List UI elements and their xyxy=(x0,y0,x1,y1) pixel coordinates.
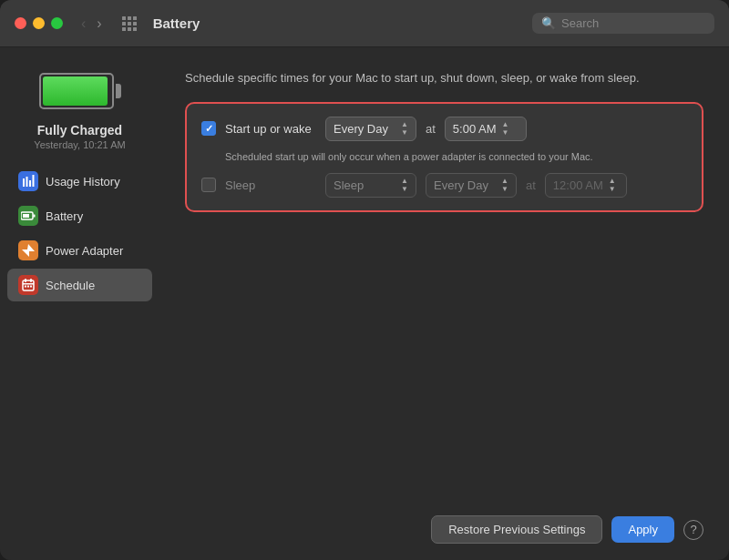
row2-frequency-value: Every Day xyxy=(434,178,488,192)
row2-action-down-arrow[interactable]: ▼ xyxy=(401,186,408,193)
battery-fill xyxy=(43,76,108,106)
svg-rect-11 xyxy=(23,283,34,285)
sidebar-item-power-adapter[interactable]: Power Adapter xyxy=(7,234,152,267)
row1-action-label: Start up or wake xyxy=(225,122,316,136)
row2-frequency-stepper[interactable]: ▲ ▼ xyxy=(501,178,508,193)
svg-rect-6 xyxy=(34,215,36,218)
row2-time-stepper[interactable]: ▲ ▼ xyxy=(609,178,616,193)
back-arrow-icon[interactable]: ‹ xyxy=(77,14,89,34)
row2-action-up-arrow[interactable]: ▲ xyxy=(401,178,408,185)
power-adapter-label: Power Adapter xyxy=(46,244,123,258)
row1-time-down-arrow[interactable]: ▼ xyxy=(502,129,509,137)
usage-history-label: Usage History xyxy=(46,175,120,188)
svg-rect-3 xyxy=(33,175,35,187)
row2-action-dropdown[interactable]: Sleep ▲ ▼ xyxy=(325,173,416,198)
search-icon: 🔍 xyxy=(541,16,556,30)
row2-time-down-arrow[interactable]: ▼ xyxy=(609,186,616,193)
window-title: Battery xyxy=(153,15,521,31)
sidebar-item-battery[interactable]: Battery xyxy=(7,199,152,232)
power-adapter-icon xyxy=(18,240,38,260)
sidebar: Fully Charged Yesterday, 10:21 AM Usage … xyxy=(0,47,159,560)
row1-time-field[interactable]: 5:00 AM ▲ ▼ xyxy=(445,117,527,141)
svg-rect-5 xyxy=(23,214,29,218)
description-text: Schedule specific times for your Mac to … xyxy=(185,69,659,87)
sidebar-item-schedule[interactable]: Schedule xyxy=(7,269,152,301)
main-window: ‹ › Battery 🔍 Search xyxy=(0,0,729,560)
schedule-row-1: Start up or wake Every Day ▲ ▼ at 5:00 A… xyxy=(201,117,687,141)
content-area: Schedule specific times for your Mac to … xyxy=(159,47,729,504)
row2-checkbox[interactable] xyxy=(201,178,216,192)
svg-rect-12 xyxy=(25,286,26,288)
schedule-row-2: Sleep Sleep ▲ ▼ Every Day ▲ xyxy=(201,173,687,198)
row1-time-stepper[interactable]: ▲ ▼ xyxy=(502,121,509,137)
svg-rect-1 xyxy=(26,177,28,187)
battery-tip xyxy=(116,84,121,98)
row1-time-up-arrow[interactable]: ▲ xyxy=(502,121,509,128)
row1-freq-up-arrow[interactable]: ▲ xyxy=(401,121,408,128)
svg-rect-14 xyxy=(30,286,32,288)
battery-nav-label: Battery xyxy=(46,209,83,223)
battery-nav-icon xyxy=(18,206,38,226)
battery-icon xyxy=(39,71,121,112)
sidebar-nav: Usage History Battery xyxy=(0,165,159,301)
svg-rect-0 xyxy=(23,178,25,187)
row1-frequency-stepper[interactable]: ▲ ▼ xyxy=(401,121,408,137)
row2-time-field[interactable]: 12:00 AM ▲ ▼ xyxy=(545,173,627,198)
row2-checkbox-wrapper[interactable] xyxy=(201,178,216,192)
help-button[interactable]: ? xyxy=(683,520,703,540)
title-bar: ‹ › Battery 🔍 Search xyxy=(0,0,729,47)
minimize-button[interactable] xyxy=(33,17,45,29)
svg-rect-2 xyxy=(29,180,31,187)
battery-date-label: Yesterday, 10:21 AM xyxy=(34,139,125,150)
search-placeholder-text: Search xyxy=(561,16,599,30)
traffic-lights xyxy=(15,17,63,29)
schedule-container: Start up or wake Every Day ▲ ▼ at 5:00 A… xyxy=(185,102,703,212)
bottom-bar: Restore Previous Settings Apply ? xyxy=(159,504,729,560)
close-button[interactable] xyxy=(15,17,26,29)
row1-notice-text: Scheduled start up will only occur when … xyxy=(225,150,687,164)
row1-frequency-dropdown[interactable]: Every Day ▲ ▼ xyxy=(325,117,416,141)
row2-freq-down-arrow[interactable]: ▼ xyxy=(501,186,508,193)
row1-freq-down-arrow[interactable]: ▼ xyxy=(401,129,408,137)
row2-time-value: 12:00 AM xyxy=(553,178,603,192)
row2-action-label: Sleep xyxy=(225,178,316,192)
apply-button[interactable]: Apply xyxy=(611,516,674,543)
schedule-label: Schedule xyxy=(46,279,95,292)
app-grid-icon[interactable] xyxy=(122,16,137,31)
row2-time-up-arrow[interactable]: ▲ xyxy=(609,178,616,185)
row1-frequency-value: Every Day xyxy=(334,122,388,136)
schedule-icon xyxy=(18,275,38,295)
row1-checkbox-wrapper[interactable] xyxy=(201,121,216,136)
row2-at-label: at xyxy=(526,178,536,192)
row2-action-value: Sleep xyxy=(334,178,364,192)
row2-action-stepper[interactable]: ▲ ▼ xyxy=(401,178,408,193)
search-bar[interactable]: 🔍 Search xyxy=(532,13,714,34)
sidebar-item-usage-history[interactable]: Usage History xyxy=(7,165,152,198)
battery-body xyxy=(39,73,114,109)
right-panel: Schedule specific times for your Mac to … xyxy=(159,47,729,560)
maximize-button[interactable] xyxy=(51,17,63,29)
row1-at-label: at xyxy=(426,122,436,136)
row2-frequency-dropdown[interactable]: Every Day ▲ ▼ xyxy=(426,173,517,198)
svg-rect-13 xyxy=(27,286,29,288)
main-content: Fully Charged Yesterday, 10:21 AM Usage … xyxy=(0,47,729,560)
forward-arrow-icon[interactable]: › xyxy=(93,14,105,34)
svg-rect-9 xyxy=(25,279,26,282)
usage-history-icon xyxy=(18,171,38,191)
svg-marker-7 xyxy=(22,244,35,257)
nav-arrows: ‹ › xyxy=(77,14,106,34)
svg-rect-10 xyxy=(30,279,32,282)
row2-freq-up-arrow[interactable]: ▲ xyxy=(501,178,508,185)
battery-status-label: Fully Charged xyxy=(37,123,122,137)
row1-time-value: 5:00 AM xyxy=(453,122,497,136)
row1-checkbox[interactable] xyxy=(201,121,216,136)
restore-settings-button[interactable]: Restore Previous Settings xyxy=(431,515,602,544)
